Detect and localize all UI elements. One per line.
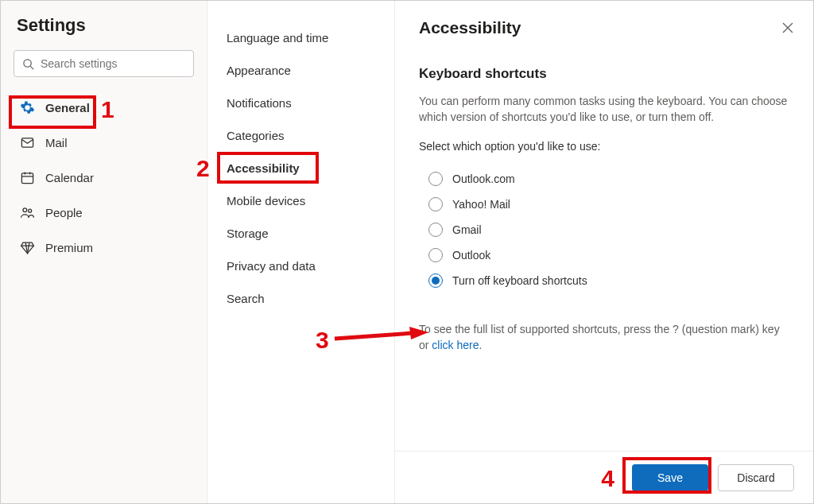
radio-label: Outlook.com — [452, 173, 515, 185]
radio-icon — [428, 223, 443, 237]
select-label: Select which option you'd like to use: — [419, 140, 789, 153]
submenu-item-mobile-devices[interactable]: Mobile devices — [207, 184, 394, 217]
gear-icon — [18, 100, 36, 115]
sidebar-item-label: General — [45, 101, 90, 114]
svg-rect-2 — [21, 138, 33, 146]
radio-outlook[interactable]: Outlook — [428, 248, 789, 262]
radio-gmail[interactable]: Gmail — [428, 223, 789, 237]
annotation-number-3: 3 — [316, 327, 329, 354]
diamond-icon — [18, 240, 36, 255]
close-button[interactable] — [781, 21, 794, 37]
save-button[interactable]: Save — [632, 464, 708, 491]
submenu-item-accessibility[interactable]: Accessibility — [207, 152, 394, 184]
annotation-number-2: 2 — [196, 155, 210, 182]
sidebar-item-label: Premium — [45, 241, 93, 254]
help-text: To see the full list of supported shortc… — [419, 321, 789, 354]
section-description: You can perform many common tasks using … — [419, 93, 789, 126]
sidebar-item-label: People — [45, 206, 83, 219]
search-input[interactable] — [41, 57, 185, 70]
sidebar-item-label: Calendar — [45, 171, 94, 184]
svg-point-7 — [22, 207, 26, 211]
search-settings-wrap[interactable] — [14, 50, 194, 77]
radio-label: Outlook — [452, 249, 490, 262]
submenu-item-language-time[interactable]: Language and time — [207, 21, 394, 54]
submenu-item-privacy-data[interactable]: Privacy and data — [207, 250, 394, 282]
radio-turn-off[interactable]: Turn off keyboard shortcuts — [428, 273, 789, 288]
submenu-item-appearance[interactable]: Appearance — [207, 54, 394, 87]
radio-icon — [428, 197, 443, 211]
sidebar-item-people[interactable]: People — [14, 196, 194, 228]
radio-label: Yahoo! Mail — [452, 198, 510, 211]
settings-sidebar: Settings General Mail Calendar — [1, 1, 207, 503]
discard-button[interactable]: Discard — [718, 464, 794, 491]
shortcuts-help-link[interactable]: click here — [432, 339, 479, 351]
radio-label: Gmail — [452, 223, 482, 236]
radio-label: Turn off keyboard shortcuts — [452, 274, 587, 287]
submenu-item-categories[interactable]: Categories — [207, 119, 394, 152]
svg-point-0 — [24, 59, 31, 66]
settings-title: Settings — [14, 15, 194, 36]
svg-rect-3 — [21, 173, 33, 183]
radio-icon — [428, 172, 443, 186]
section-heading: Keyboard shortcuts — [419, 66, 789, 82]
radio-yahoo-mail[interactable]: Yahoo! Mail — [428, 197, 789, 211]
sidebar-item-premium[interactable]: Premium — [14, 231, 194, 263]
submenu-item-search[interactable]: Search — [207, 282, 394, 315]
submenu-item-notifications[interactable]: Notifications — [207, 87, 394, 119]
submenu-item-storage[interactable]: Storage — [207, 217, 394, 250]
sidebar-item-label: Mail — [45, 136, 68, 149]
annotation-number-4: 4 — [601, 465, 614, 492]
mail-icon — [18, 135, 36, 150]
radio-icon — [428, 248, 443, 262]
sidebar-item-mail[interactable]: Mail — [14, 126, 194, 158]
svg-line-1 — [30, 66, 33, 69]
panel-title: Accessibility — [419, 18, 789, 37]
settings-submenu: Language and time Appearance Notificatio… — [207, 1, 395, 503]
svg-point-8 — [28, 209, 31, 212]
radio-icon — [428, 273, 443, 288]
sidebar-item-calendar[interactable]: Calendar — [14, 161, 194, 193]
people-icon — [18, 205, 36, 220]
settings-panel: Accessibility Keyboard shortcuts You can… — [395, 1, 813, 503]
radio-group-shortcuts: Outlook.com Yahoo! Mail Gmail Outlook Tu… — [428, 161, 789, 299]
radio-outlook-com[interactable]: Outlook.com — [428, 172, 789, 186]
calendar-icon — [18, 170, 36, 185]
close-icon — [781, 21, 794, 34]
annotation-number-1: 1 — [101, 96, 114, 123]
search-icon — [22, 58, 34, 70]
